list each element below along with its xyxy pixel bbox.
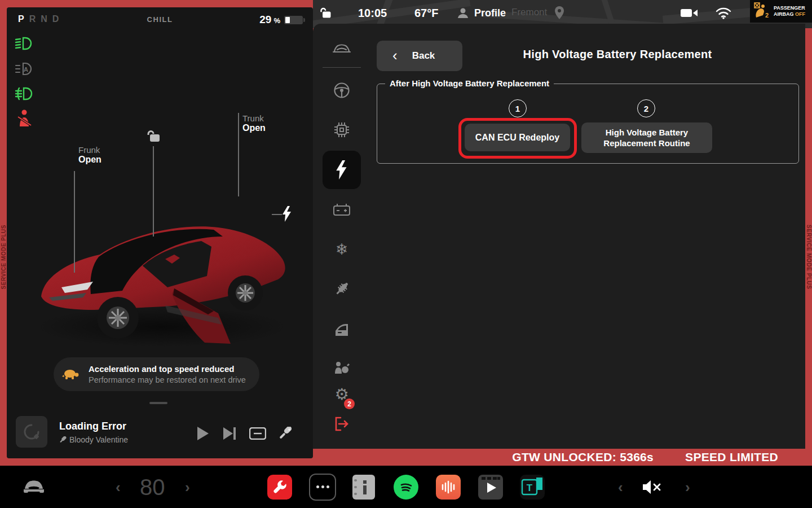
alerts-badge: 2 [344, 398, 355, 409]
battery-state-of-charge: 29 % [259, 14, 303, 26]
sidebar-item-steering[interactable] [323, 76, 361, 105]
sidebar-item-thermal[interactable]: ❄ [323, 234, 361, 264]
trunk-state: Open [242, 123, 266, 133]
sidebar-item-low-voltage[interactable] [323, 195, 361, 224]
sidebar-item-closures[interactable] [323, 314, 361, 344]
airbag-status: OFF [795, 11, 805, 17]
theater-app-icon[interactable] [478, 475, 503, 500]
frunk-state: Open [78, 155, 102, 165]
taskbar: ‹ 80 › [0, 466, 812, 508]
frunk-callout-line [74, 171, 75, 273]
podcast-app-icon[interactable] [436, 475, 461, 500]
karaoke-mic-small-icon [59, 436, 67, 444]
service-panel: ❄ ⚙ 2 ‹ Back High Voltage Battery Replac [313, 24, 805, 449]
snowflake-icon: ❄ [336, 240, 348, 258]
airbag-line1: PASSENGER [774, 5, 805, 11]
auto-headlight-icon: A [14, 59, 35, 78]
unlock-callout-line [153, 146, 154, 237]
profile-icon [456, 0, 470, 26]
passenger-airbag-indicator: 2 PASSENGER AIRBAG OFF [750, 0, 812, 23]
trunk-status: Trunk Open [242, 113, 266, 133]
speed-limit-value: 80 [140, 474, 165, 500]
airbag-off-icon: 2 [753, 2, 770, 21]
map-city-label: Fremont [511, 7, 547, 18]
sidebar-item-suspension[interactable] [323, 274, 361, 304]
vehicle-visualization [29, 177, 300, 354]
vehicle-controls-button[interactable] [21, 480, 46, 494]
app-launcher-icon[interactable] [309, 474, 336, 501]
speed-limit-decrease[interactable]: ‹ [116, 478, 121, 496]
frunk-label: Frunk [78, 145, 102, 155]
after-replacement-section: After High Voltage Battery Replacement 1… [377, 84, 799, 164]
battery-icon [284, 16, 303, 24]
media-artist[interactable]: Bloody Valentine [59, 435, 128, 444]
airbag-line2: AIRBAG [774, 11, 794, 17]
sidebar-item-vehicle[interactable] [323, 35, 361, 64]
section-legend: After High Voltage Battery Replacement [385, 78, 554, 88]
charge-port-line [272, 214, 282, 215]
chevron-left-icon: ‹ [392, 48, 398, 63]
album-art[interactable] [16, 416, 47, 448]
svg-text:2: 2 [765, 12, 769, 19]
lyrics-button[interactable] [248, 424, 267, 443]
profile-menu[interactable]: Profile [474, 0, 506, 26]
unlock-icon [147, 129, 161, 146]
sidebar-divider [323, 67, 361, 68]
sidebar-item-airbag[interactable] [323, 353, 361, 382]
speaker-muted-icon[interactable] [642, 480, 662, 494]
svg-text:A: A [24, 66, 28, 73]
bolt-icon [336, 160, 347, 179]
charge-port-bolt-icon [283, 206, 292, 224]
trunk-callout-line [238, 113, 239, 196]
step-2-number: 2 [637, 99, 655, 117]
speed-limit-increase[interactable]: › [185, 478, 190, 496]
sidebar-item-high-voltage-selected[interactable] [323, 151, 361, 189]
fog-light-icon [14, 84, 35, 103]
media-drag-handle[interactable] [149, 402, 167, 404]
skip-next-button[interactable] [220, 424, 240, 443]
low-beam-icon [14, 34, 35, 53]
frunk-status: Frunk Open [78, 145, 102, 165]
service-app-icon[interactable] [267, 475, 292, 500]
page-title: High Voltage Battery Replacement [471, 48, 764, 61]
lock-status-icon [320, 0, 332, 26]
trunk-label: Trunk [242, 113, 266, 123]
volume-down[interactable]: ‹ [618, 478, 623, 496]
sidebar-item-exit-service[interactable] [323, 409, 361, 439]
service-mode-stripe-right: SERVICE MODE PLUS [805, 189, 812, 325]
play-button[interactable] [193, 424, 212, 443]
back-button[interactable]: ‹ Back [377, 41, 462, 71]
gtw-unlocked-status: GTW UNLOCKED: 5366s [512, 450, 654, 464]
performance-toast: Acceleration and top speed reduced Perfo… [54, 357, 259, 391]
toast-subtitle: Performance may be restored on next driv… [89, 375, 246, 384]
sidebar-item-ecu[interactable] [323, 115, 361, 144]
spotify-app-icon[interactable] [394, 475, 418, 500]
owners-manual-icon[interactable] [352, 475, 375, 500]
t-media-app-icon[interactable]: T [520, 475, 545, 500]
turtle-icon [54, 368, 89, 380]
wifi-icon[interactable] [716, 0, 731, 26]
sidebar-item-alerts[interactable]: ⚙ [323, 379, 361, 409]
dashcam-icon[interactable] [681, 0, 698, 26]
battery-percent: 29 [259, 14, 271, 26]
back-button-label: Back [412, 50, 435, 62]
karaoke-mic-button[interactable] [276, 424, 295, 443]
volume-up[interactable]: › [685, 478, 690, 496]
hvb-replacement-routine-button[interactable]: High Voltage Battery Replacement Routine [581, 122, 712, 153]
instrument-cluster: P R N D CHILL 29 % A [7, 7, 313, 458]
svg-text:T: T [527, 483, 533, 493]
toast-title: Acceleration and top speed reduced [89, 364, 246, 374]
media-track-title[interactable]: Loading Error [59, 421, 126, 432]
can-ecu-redeploy-button[interactable]: CAN ECU Redeploy [465, 124, 570, 151]
speed-limited-status: SPEED LIMITED [685, 450, 778, 464]
battery-percent-unit: % [273, 15, 280, 25]
step-1-number: 1 [509, 99, 527, 117]
outside-temperature: 67°F [414, 0, 438, 26]
seatbelt-warning-icon [14, 109, 35, 128]
service-alert-bar: GTW UNLOCKED: 5366s SPEED LIMITED [313, 449, 812, 466]
tesla-service-screen: SERVICE MODE PLUS SERVICE MODE PLUS SERV… [0, 0, 812, 508]
clock: 10:05 [358, 0, 387, 26]
map-pin-icon [554, 0, 564, 26]
